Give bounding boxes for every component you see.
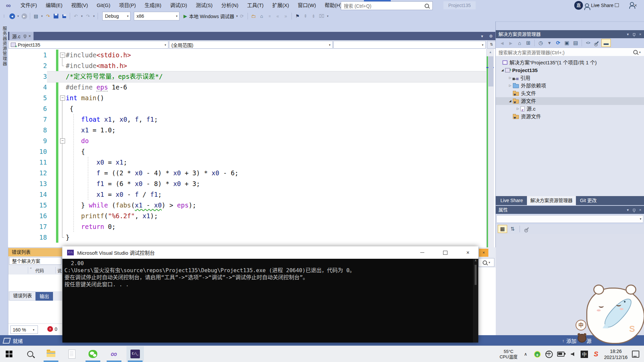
- chevron-down-icon[interactable]: ▾: [627, 30, 629, 38]
- battery-tray-icon[interactable]: [557, 352, 565, 357]
- code-line[interactable]: 16 printf("%6.2f", x1);: [8, 210, 486, 221]
- show-all-files-icon[interactable]: ▤: [572, 39, 580, 47]
- code-column-header[interactable]: 代码: [35, 267, 44, 274]
- solution-home-icon[interactable]: ⌂: [258, 12, 265, 20]
- line-options-icon[interactable]: ≡: [266, 12, 273, 20]
- code-line[interactable]: 3/*定义符号常量，eps表示误差*/: [8, 71, 486, 82]
- view-code-icon[interactable]: <>: [584, 39, 592, 47]
- console-output[interactable]: 2.00C:\Users\萤火没有虫\source\repos\Project1…: [62, 259, 478, 343]
- previous-bookmark-icon[interactable]: ⇞: [302, 12, 309, 20]
- console-title-bar[interactable]: C:\ Microsoft Visual Studio 调试控制台 ×: [62, 246, 478, 259]
- member-scope-dropdown[interactable]: ▾: [333, 41, 486, 49]
- code-line[interactable]: 9− do: [8, 135, 486, 146]
- hot-reload-icon[interactable]: ⟳: [238, 12, 246, 20]
- error-scope-dropdown[interactable]: 整个解决方案: [9, 257, 61, 265]
- platform-dropdown[interactable]: x86▾: [134, 12, 179, 20]
- code-line[interactable]: 6 {: [8, 103, 486, 114]
- home-icon[interactable]: ⌂: [516, 39, 524, 47]
- code-line[interactable]: 2#include<math.h>: [8, 60, 486, 71]
- refresh-icon[interactable]: ⟳: [554, 39, 562, 47]
- tree-item-fold[interactable]: ◢源文件: [496, 97, 644, 105]
- tab-error-list[interactable]: 错误列表: [9, 291, 36, 301]
- configuration-dropdown[interactable]: Debug▾: [102, 12, 130, 20]
- feedback-icon[interactable]: [630, 2, 634, 6]
- taskbar-notepad[interactable]: [63, 346, 80, 362]
- taskbar-clock[interactable]: 18:262021/12/16: [604, 348, 628, 360]
- toolbar-overflow-icon[interactable]: ▾: [326, 12, 329, 20]
- debug-console-window[interactable]: C:\ Microsoft Visual Studio 调试控制台 × 2.00…: [62, 246, 478, 343]
- tree-item-sln[interactable]: 解决方案“Project135”(1 个项目/共 1 个): [496, 59, 644, 66]
- error-count-badge[interactable]: × 0: [47, 326, 57, 332]
- taskbar-file-explorer[interactable]: [42, 346, 60, 362]
- server-explorer-rail-tab[interactable]: 服务器资源管理器: [0, 21, 8, 335]
- code-line[interactable]: 5−int main(): [8, 93, 486, 103]
- back-icon[interactable]: ◄: [498, 39, 506, 47]
- add-to-source-control[interactable]: ↑ 添加 源: [562, 337, 592, 344]
- menu-item[interactable]: 扩展(X): [268, 0, 293, 11]
- menu-item[interactable]: 编辑(E): [41, 0, 67, 11]
- properties-object-dropdown[interactable]: ▾: [496, 215, 644, 223]
- collapsed-arrow-icon[interactable]: ▷: [507, 82, 513, 89]
- code-line[interactable]: 8 x1 = 1.0;: [8, 125, 486, 135]
- split-editor-button[interactable]: ⇅: [487, 41, 496, 49]
- taskbar-console[interactable]: C:\_: [126, 346, 144, 362]
- sogou-input-icon[interactable]: S: [592, 350, 600, 358]
- code-line[interactable]: 1−#include<stdio.h>: [8, 50, 486, 60]
- tree-item-fold[interactable]: 资源文件: [496, 113, 644, 120]
- collapsed-arrow-icon[interactable]: ▷: [507, 74, 513, 82]
- tree-item-dep[interactable]: ▷外部依赖项: [496, 82, 644, 89]
- save-all-icon[interactable]: [60, 12, 68, 20]
- chevron-down-icon[interactable]: ▾: [627, 206, 629, 214]
- code-line[interactable]: 11 x0 = x1;: [8, 157, 486, 168]
- panel-tab[interactable]: Live Share: [497, 196, 526, 205]
- pin-icon[interactable]: [633, 209, 635, 211]
- start-debugging-button[interactable]: ▶ 本地 Windows 调试器 ▾: [183, 12, 238, 20]
- code-line[interactable]: 18}: [8, 232, 486, 243]
- tab-list-chevron-icon[interactable]: ▾: [481, 34, 483, 39]
- pending-changes-filter-icon[interactable]: ◷: [537, 39, 545, 47]
- taskbar-search-button[interactable]: [21, 346, 39, 362]
- filter-dropdown-icon[interactable]: ▾: [545, 39, 553, 47]
- description-column-header[interactable]: 说: [57, 267, 62, 274]
- fold-collapse-icon[interactable]: −: [60, 138, 65, 143]
- menu-item[interactable]: 窗口(W): [293, 0, 320, 11]
- tree-item-prj[interactable]: ◢Project135: [496, 66, 644, 74]
- live-share-button[interactable]: Live Share: [585, 0, 613, 10]
- collapse-all-icon[interactable]: ▣: [563, 39, 571, 47]
- console-maximize-button[interactable]: [437, 246, 453, 259]
- close-icon[interactable]: ×: [639, 30, 641, 38]
- next-bookmark-icon[interactable]: ⇟: [310, 12, 317, 20]
- error-list-title[interactable]: 错误列表: [8, 248, 62, 256]
- new-project-dropdown-icon[interactable]: ▾: [40, 12, 44, 20]
- scrollbar-thumb[interactable]: [488, 56, 493, 86]
- close-icon[interactable]: ×: [639, 206, 641, 214]
- menu-item[interactable]: 项目(P): [115, 0, 140, 11]
- project-scope-dropdown[interactable]: Project135▾: [9, 41, 168, 49]
- ime-indicator[interactable]: 中: [581, 351, 588, 358]
- expanded-arrow-icon[interactable]: ◢: [507, 97, 513, 105]
- console-close-button[interactable]: ×: [460, 246, 476, 259]
- undo-dropdown-icon[interactable]: ▾: [80, 12, 84, 20]
- document-tab-source-c[interactable]: 源.c ×: [9, 32, 34, 40]
- code-line[interactable]: 13 f1 = (6 * x0 - 8) * x0 + 3;: [8, 178, 486, 189]
- pin-icon[interactable]: [633, 33, 635, 36]
- panel-close-icon[interactable]: ×: [479, 249, 488, 257]
- panel-tab[interactable]: Git 更改: [577, 196, 600, 205]
- editor-zoom-dropdown[interactable]: 160 %▾: [10, 325, 38, 334]
- code-line[interactable]: 14 x1 = x0 - f / f1;: [8, 189, 486, 200]
- expanded-arrow-icon[interactable]: ◢: [500, 66, 505, 74]
- navigate-forward-icon[interactable]: ►: [20, 12, 28, 20]
- clear-bookmarks-icon[interactable]: ⌧: [318, 12, 325, 20]
- scroll-up-icon[interactable]: ▲: [487, 49, 494, 55]
- collapsed-arrow-icon[interactable]: ▷: [515, 105, 521, 113]
- tree-item-ref[interactable]: ▷引用: [496, 74, 644, 82]
- antivirus-tray-icon[interactable]: +: [534, 351, 541, 358]
- type-scope-dropdown[interactable]: (全局范围)▾: [169, 41, 333, 49]
- close-tab-icon[interactable]: ×: [29, 34, 31, 39]
- fold-collapse-icon[interactable]: −: [60, 53, 65, 58]
- property-pages-wrench-icon[interactable]: [523, 225, 531, 233]
- taskbar-wechat[interactable]: [84, 346, 102, 362]
- panel-tab[interactable]: 解决方案资源管理器: [527, 196, 576, 205]
- track-active-item-icon[interactable]: ▬: [601, 39, 611, 47]
- redo-dropdown-icon[interactable]: ▾: [92, 12, 96, 20]
